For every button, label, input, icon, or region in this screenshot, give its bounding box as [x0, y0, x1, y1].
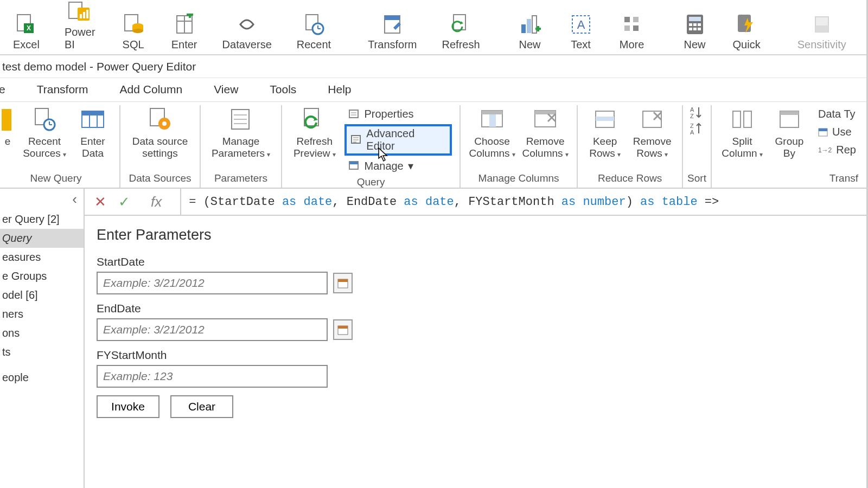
startdate-input[interactable]: [97, 272, 328, 294]
transform-icon: [379, 12, 405, 36]
new-visual-button[interactable]: New: [517, 12, 543, 51]
enter-data-button-2[interactable]: Enter Data: [74, 105, 112, 159]
group-new-query: e Recent Sources▾ Enter Data New Query: [0, 105, 120, 188]
keep-rows-icon: [590, 106, 620, 133]
remove-rows-button[interactable]: Remove Rows▾: [630, 105, 674, 159]
clear-button[interactable]: Clear: [170, 395, 233, 418]
data-source-settings-button[interactable]: Data source settings: [128, 105, 192, 159]
more-visuals-button[interactable]: More: [619, 12, 645, 51]
sidebar-item[interactable]: [0, 362, 84, 368]
dataverse-button[interactable]: Dataverse: [222, 12, 272, 51]
manage-icon: [349, 161, 360, 171]
svg-rect-92: [744, 111, 751, 127]
powerbi-icon: [67, 0, 93, 24]
svg-text:Z: Z: [690, 113, 694, 119]
remove-columns-button[interactable]: Remove Columns▾: [521, 105, 569, 159]
sensitivity-button[interactable]: Sensitivity: [797, 12, 846, 51]
tab-home-partial[interactable]: e: [0, 80, 8, 101]
collapse-pane-button[interactable]: ‹: [66, 189, 84, 210]
svg-rect-76: [482, 111, 502, 114]
svg-rect-42: [698, 28, 701, 30]
recent-sources-button[interactable]: Recent Sources▾: [21, 105, 68, 159]
quick-measure-button[interactable]: Quick: [733, 12, 761, 51]
invoke-button[interactable]: Invoke: [97, 395, 159, 418]
group-data-sources: Data source settings Data Sources: [120, 105, 201, 188]
svg-rect-40: [689, 28, 692, 30]
table-icon: [78, 106, 108, 133]
field-enddate: EndDate: [97, 302, 856, 341]
parameters-title: Enter Parameters: [97, 227, 856, 243]
enddate-label: EndDate: [97, 302, 856, 315]
svg-rect-5: [80, 14, 82, 18]
formula-text[interactable]: = (StartDate as date, EndDate as date, F…: [181, 195, 719, 209]
tab-add-column[interactable]: Add Column: [118, 80, 185, 101]
sql-button[interactable]: SQL: [120, 12, 146, 51]
refresh-button[interactable]: Refresh: [442, 12, 480, 51]
calendar-icon: [337, 278, 348, 288]
recent-button[interactable]: Recent: [297, 12, 331, 51]
fystartmonth-label: FYStartMonth: [97, 349, 856, 362]
new-measure-button[interactable]: New: [682, 12, 708, 51]
tab-tools[interactable]: Tools: [267, 80, 298, 101]
choose-columns-icon: [477, 106, 507, 133]
dataverse-icon: [234, 12, 260, 36]
tab-view[interactable]: View: [212, 80, 240, 101]
properties-button[interactable]: Properties: [344, 106, 452, 122]
sidebar-item[interactable]: ons: [0, 324, 84, 343]
replace-values-button[interactable]: 1→2 Rep: [814, 142, 860, 158]
window-title: test demo model - Power Query Editor: [0, 55, 868, 78]
commit-formula-button[interactable]: ✓: [118, 194, 130, 210]
use-first-row-button[interactable]: Use: [814, 124, 860, 140]
folder-query[interactable]: er Query [2]: [0, 210, 84, 229]
text-box-button[interactable]: A Text: [568, 12, 594, 51]
sidebar-item[interactable]: easures: [0, 248, 84, 267]
sidebar-item[interactable]: e Groups: [0, 267, 84, 286]
group-by-button[interactable]: Group By: [770, 105, 808, 159]
svg-rect-79: [535, 111, 556, 114]
recent-icon: [301, 12, 327, 36]
sensitivity-icon: [809, 12, 835, 36]
svg-rect-98: [338, 279, 348, 282]
refresh-preview-button[interactable]: Refresh Preview▾: [290, 105, 339, 159]
more-icon: [619, 12, 645, 36]
svg-rect-100: [338, 326, 348, 329]
sidebar-item[interactable]: ts: [0, 343, 84, 362]
field-fystartmonth: FYStartMonth: [97, 349, 856, 388]
enddate-datepicker-button[interactable]: [333, 319, 353, 340]
sidebar-item[interactable]: eople: [0, 368, 84, 387]
manage-button[interactable]: Manage▾: [344, 158, 452, 174]
svg-rect-94: [780, 111, 799, 115]
svg-rect-84: [643, 111, 661, 127]
powerbi-button[interactable]: Power BI: [65, 0, 95, 51]
svg-rect-41: [693, 28, 697, 30]
excel-button[interactable]: X Excel: [13, 12, 40, 51]
fystartmonth-input[interactable]: [97, 365, 328, 388]
enddate-input[interactable]: [97, 318, 328, 341]
tab-help[interactable]: Help: [326, 80, 353, 101]
advanced-editor-button[interactable]: Advanced Editor: [344, 124, 452, 156]
svg-text:A: A: [690, 106, 694, 113]
split-column-button[interactable]: Split Column▾: [719, 105, 765, 159]
replace-icon: 1→2: [818, 146, 832, 154]
sidebar-item[interactable]: odel [6]: [0, 286, 84, 305]
manage-parameters-button[interactable]: Manage Parameters▾: [208, 105, 273, 159]
refresh-preview-icon: [299, 106, 330, 133]
transform-button[interactable]: Transform: [368, 12, 417, 51]
group-manage-columns: Choose Columns▾ Remove Columns▾ Manage C…: [461, 105, 578, 188]
keep-rows-button[interactable]: Keep Rows▾: [585, 105, 624, 159]
sidebar-item[interactable]: ners: [0, 305, 84, 324]
tab-transform[interactable]: Transform: [35, 80, 91, 101]
sort-desc-button[interactable]: ZA: [689, 121, 705, 136]
close-apply-partial[interactable]: e: [0, 105, 15, 147]
cancel-formula-button[interactable]: ✕: [94, 194, 106, 210]
transform-mini-list: Data Ty Use 1→2 Rep: [814, 105, 860, 158]
choose-columns-button[interactable]: Choose Columns▾: [468, 105, 516, 159]
sort-asc-button[interactable]: AZ: [689, 105, 705, 119]
startdate-datepicker-button[interactable]: [333, 273, 353, 293]
parameters-icon: [226, 106, 256, 133]
data-type-button[interactable]: Data Ty: [814, 106, 860, 122]
query-item-selected[interactable]: Query: [0, 229, 84, 248]
enter-data-button[interactable]: Enter: [171, 12, 197, 51]
fx-icon[interactable]: fx: [142, 194, 170, 210]
svg-text:A: A: [577, 18, 585, 31]
